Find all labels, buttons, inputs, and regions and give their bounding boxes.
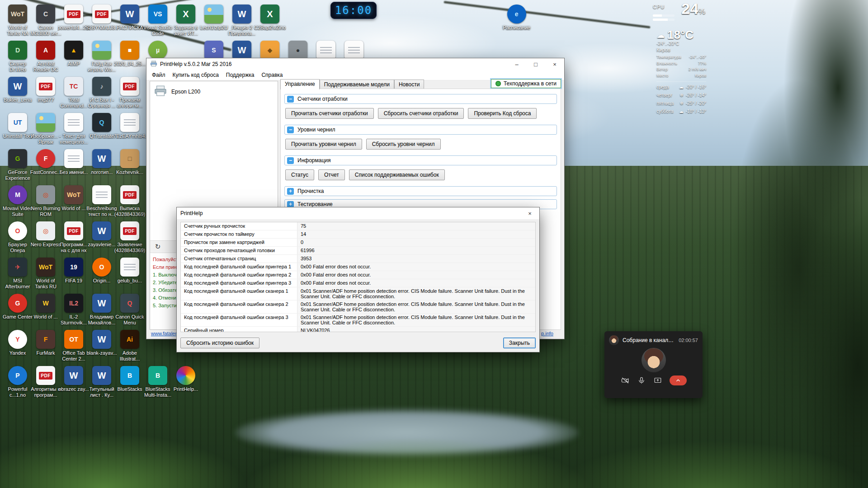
- collapse-icon[interactable]: −: [287, 157, 294, 164]
- desktop-icon[interactable]: PDFПрокаем алгоритм...: [116, 77, 144, 108]
- minimize-button[interactable]: –: [507, 58, 526, 70]
- desktop-icon[interactable]: FFurMark: [32, 330, 60, 356]
- desktop-icon[interactable]: CCanon MG3800 ser...: [32, 5, 60, 36]
- desktop-icon[interactable]: ♪И.С.Бах I - Органная ...: [88, 77, 116, 108]
- desktop-icon[interactable]: XC2BapZ\vZino: [256, 5, 284, 31]
- desktop-icon[interactable]: Текст для немецкого...: [60, 113, 88, 145]
- desktop-icon[interactable]: AAcrobat Reader DC: [32, 41, 60, 72]
- close-button[interactable]: ×: [545, 58, 564, 70]
- desktop-icon[interactable]: WWorld of ...: [32, 294, 60, 320]
- action-button[interactable]: Список поддерживаемых ошибок: [349, 169, 445, 180]
- desktop-icon[interactable]: Wzayavlenie...: [88, 221, 116, 248]
- desktop-icon[interactable]: ■2020_04_25...: [116, 41, 144, 67]
- dialog-title-bar[interactable]: PrintHelp ×: [177, 207, 539, 219]
- expand-icon[interactable]: +: [287, 188, 294, 195]
- desktop-icon[interactable]: PDFimg277: [32, 77, 60, 103]
- tab-inactive[interactable]: Новости: [394, 80, 424, 89]
- desktop-icon[interactable]: PDFВыписка (4328843369): [116, 185, 144, 217]
- desktop-icon[interactable]: Wblank-zayav...: [88, 330, 116, 356]
- section-header[interactable]: −Информация: [284, 155, 557, 165]
- desktop-icon[interactable]: BBlueStacks: [116, 366, 144, 392]
- desktop-icon[interactable]: PPowerful c...1.no: [4, 366, 32, 398]
- desktop-icon[interactable]: OБраузер Опера: [4, 221, 32, 253]
- action-button[interactable]: Сбросить уровни чернил: [366, 139, 441, 150]
- share-screen-button[interactable]: [653, 376, 662, 385]
- menu-item[interactable]: Купить код сброса: [169, 71, 222, 79]
- maximize-button[interactable]: □: [526, 58, 545, 70]
- desktop-icon[interactable]: PDFАлгоритмы и програм...: [32, 366, 60, 398]
- desktop-icon[interactable]: WoTWorld of ...: [60, 185, 88, 211]
- action-button[interactable]: Прочитать уровни чернил: [285, 139, 362, 150]
- section-header[interactable]: −Счетчики отработки: [284, 94, 557, 104]
- menu-item[interactable]: Файл: [148, 71, 169, 79]
- desktop-icon[interactable]: ◎Nero Burning ROM: [32, 185, 60, 217]
- desktop-icon[interactable]: OTOffice Tab Center 2...: [60, 330, 88, 361]
- desktop-icon[interactable]: 19FIFA 19: [60, 258, 88, 284]
- menu-item[interactable]: Поддержка: [222, 71, 258, 79]
- desktop-icon[interactable]: ✈MSI Afterburner: [4, 258, 32, 289]
- action-button[interactable]: Проверить Код сброса: [468, 108, 537, 119]
- desktop-icon[interactable]: BBlueStacks Multi-Insta...: [144, 366, 172, 398]
- reset-error-history-button[interactable]: Сбросить историю ошибок: [180, 338, 259, 348]
- desktop-icon[interactable]: PDFS2BYNMUJ8...: [88, 5, 116, 31]
- desktop-icon[interactable]: UTUninstall Tool: [4, 113, 32, 139]
- desktop-icon[interactable]: eРасписание: [503, 5, 531, 31]
- desktop-icon[interactable]: GGeForce Experience: [4, 149, 32, 181]
- desktop-icon[interactable]: □Kozhevnik...: [116, 149, 144, 175]
- desktop-icon[interactable]: WoTWorld of Tanks RU: [32, 258, 60, 289]
- dialog-close-button[interactable]: ×: [520, 207, 539, 219]
- desktop-icon[interactable]: Lech1\zip2U: [200, 5, 228, 31]
- close-dialog-button[interactable]: Закрыть: [503, 338, 536, 348]
- footer-link-right[interactable]: p.info: [541, 331, 553, 336]
- desktop-icon[interactable]: PDFЗаявление (4328843369): [116, 221, 144, 253]
- camera-off-button[interactable]: [621, 376, 630, 385]
- desktop-icon[interactable]: PDFpowerful4...2\no: [60, 5, 88, 31]
- desktop-icon[interactable]: Wobrazec zay...: [60, 366, 88, 392]
- refresh-button[interactable]: ↻: [152, 242, 163, 252]
- support-online-badge[interactable]: Техподдержка в сети: [491, 79, 561, 88]
- desktop-icon[interactable]: Beschreibung текст по н...: [88, 185, 116, 217]
- section-header[interactable]: +Прочистка: [284, 186, 557, 196]
- microphone-button[interactable]: [637, 376, 646, 385]
- action-button[interactable]: Сбросить счетчики отработки: [378, 108, 464, 119]
- collapse-icon[interactable]: −: [287, 127, 294, 133]
- tab-active[interactable]: Управление: [280, 79, 320, 89]
- printer-list-item[interactable]: Epson L200: [150, 81, 278, 102]
- desktop-icon[interactable]: XЗадания в зачет ИТ...: [172, 5, 200, 36]
- desktop-icon[interactable]: WРАСПИСКА: [116, 5, 144, 31]
- desktop-icon[interactable]: WТитульный лист . Ку...: [88, 366, 116, 398]
- desktop-icon[interactable]: QQTranslate: [88, 113, 116, 139]
- desktop-icon[interactable]: ▲AIMP: [60, 41, 88, 67]
- desktop-icon[interactable]: TCTotal Command...: [60, 77, 88, 108]
- desktop-icon[interactable]: Гайд Как играть Wo...: [88, 41, 116, 72]
- desktop-icon[interactable]: gelub_bu...: [116, 258, 144, 284]
- expand-meeting-button[interactable]: [670, 375, 687, 385]
- desktop-icon[interactable]: Изображе... - Ярлык: [32, 113, 60, 145]
- desktop-icon[interactable]: PrintHelp...: [172, 366, 200, 392]
- meeting-overlay[interactable]: Собрание в канале... 02:00:57: [604, 331, 703, 398]
- section-header[interactable]: −Уровни чернил: [284, 125, 557, 135]
- desktop-icon[interactable]: Без имени...: [60, 149, 88, 175]
- action-button[interactable]: Статус: [285, 169, 314, 180]
- desktop-icon[interactable]: FFastConnec...: [32, 149, 60, 175]
- desktop-icon[interactable]: YYandex: [4, 330, 32, 356]
- action-button[interactable]: Отчет: [318, 169, 345, 180]
- desktop-icon[interactable]: Wлоготип...: [88, 149, 116, 175]
- tab-inactive[interactable]: Поддерживаемые модели: [320, 80, 394, 89]
- desktop-icon[interactable]: MMovavi Video Suite: [4, 185, 32, 217]
- desktop-icon[interactable]: 7EzEAYmhls4...: [116, 113, 144, 139]
- desktop-icon[interactable]: IL2IL-2 Sturmovik...: [60, 294, 88, 325]
- desktop-icon[interactable]: WoTWorld of Tanks NA: [4, 5, 32, 36]
- desktop-icon[interactable]: AiAdobe Illustrat...: [116, 330, 144, 361]
- desktop-icon[interactable]: DСканер Dr.Web: [4, 41, 32, 72]
- desktop-icon[interactable]: QCanon Quick Menu: [116, 294, 144, 325]
- title-bar[interactable]: PrintHelp v.5.0.2 Mar 25 2016 – □ ×: [146, 58, 564, 70]
- desktop-icon[interactable]: GGame Center: [4, 294, 32, 320]
- desktop-icon[interactable]: OOrigin...: [88, 258, 116, 284]
- collapse-icon[interactable]: −: [287, 96, 294, 103]
- action-button[interactable]: Прочитать счетчики отработки: [285, 108, 374, 119]
- desktop-icon[interactable]: PDFПрограмм... на с для нх: [60, 221, 88, 253]
- desktop-icon[interactable]: WBukler_Lena: [4, 77, 32, 103]
- desktop-icon[interactable]: ◎Nero Express: [32, 221, 60, 248]
- desktop-icon[interactable]: WВладимир Михайлов...: [88, 294, 116, 325]
